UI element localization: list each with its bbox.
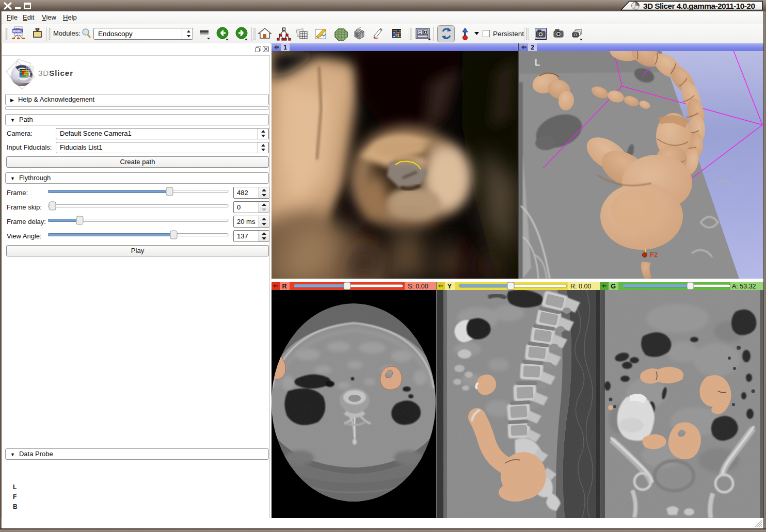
svg-text:3D Slicer 4.0.gamma-2011-10-20: 3D Slicer 4.0.gamma-2011-10-20 (643, 2, 755, 10)
svg-text:Y: Y (448, 283, 452, 290)
svg-text:R: R (282, 283, 286, 290)
svg-text:F2: F2 (650, 251, 658, 259)
svg-text:G: G (611, 283, 616, 290)
svg-text:1: 1 (283, 44, 287, 51)
svg-text:2: 2 (531, 44, 534, 51)
svg-text:S: 0.00: S: 0.00 (408, 283, 428, 290)
svg-text:Modules:: Modules: (53, 29, 81, 37)
svg-text:Persistent: Persistent (493, 30, 524, 38)
svg-text:MRML: MRML (12, 29, 23, 33)
svg-text:A: 53.32: A: 53.32 (732, 283, 756, 290)
svg-text:R: 0.00: R: 0.00 (570, 283, 591, 290)
svg-text:L: L (534, 57, 540, 69)
svg-text:Endoscopy: Endoscopy (98, 30, 133, 38)
